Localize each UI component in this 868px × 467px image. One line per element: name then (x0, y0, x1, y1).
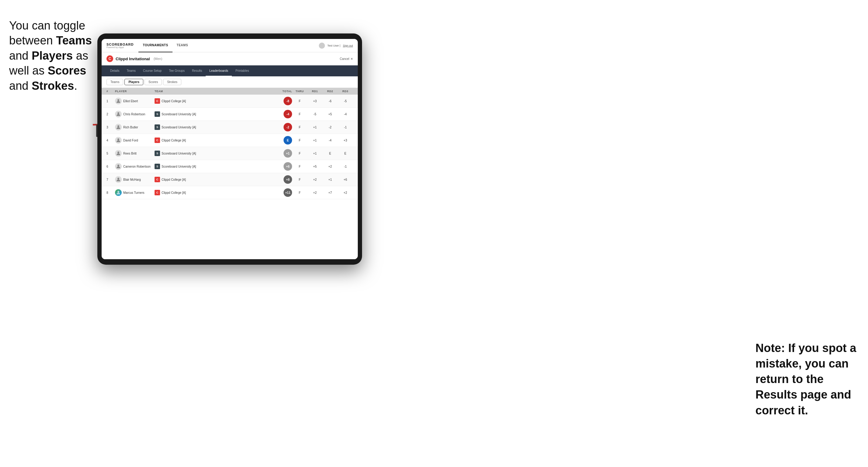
col-rd3: RD3 (338, 90, 353, 93)
col-rd2: RD2 (322, 90, 338, 93)
table-row: 6 Cameron Robertson S Scoreboard Univers… (102, 160, 358, 173)
total-cell: +6 (271, 162, 292, 171)
rd2: +1 (322, 178, 338, 181)
team-cell: C Clippd College [A] (155, 190, 271, 195)
total-cell: -8 (271, 97, 292, 105)
tab-leaderboards[interactable]: Leaderboards (206, 65, 232, 76)
team-logo: S (155, 164, 160, 169)
team-name: Clippd College [A] (161, 191, 186, 194)
team-logo: S (155, 124, 160, 130)
toggle-scores[interactable]: Scores (145, 79, 162, 85)
col-team: TEAM (155, 90, 271, 93)
player-cell: David Ford (115, 137, 155, 144)
player-avatar (115, 111, 122, 118)
rd3: +3 (338, 139, 353, 142)
table-row: 3 Rich Butler S Scoreboard University [A… (102, 121, 358, 134)
col-thru: THRU (292, 90, 307, 93)
tournament-title: C Clippd Invitational (Men) (106, 55, 162, 62)
thru: F (292, 152, 307, 155)
rank: 1 (106, 99, 115, 103)
team-name: Clippd College [A] (161, 99, 186, 103)
rd3: -4 (338, 113, 353, 116)
score-badge: +6 (284, 162, 292, 171)
svg-point-8 (118, 191, 119, 193)
rd2: +2 (322, 165, 338, 168)
table-row: 7 Blair McHarg C Clippd College [A] +8 F… (102, 173, 358, 186)
rd1: +1 (307, 126, 322, 129)
tab-bar: Details Teams Course Setup Tee Groups Re… (102, 65, 358, 76)
team-name: Scoreboard University [A] (161, 152, 196, 155)
toggle-teams[interactable]: Teams (106, 79, 123, 85)
team-cell: C Clippd College [A] (155, 177, 271, 182)
nav-tournaments[interactable]: TOURNAMENTS (138, 39, 172, 52)
total-cell: +11 (271, 188, 292, 197)
tab-printables[interactable]: Printables (232, 65, 252, 76)
svg-point-7 (118, 178, 119, 180)
cancel-button[interactable]: Cancel ✕ (340, 57, 353, 61)
tablet-side-button (96, 125, 97, 137)
team-logo: C (155, 190, 160, 195)
player-cell: Chris Robertson (115, 111, 155, 118)
rd1: +1 (307, 152, 322, 155)
toggle-players[interactable]: Players (124, 79, 143, 85)
tournament-gender: (Men) (154, 57, 162, 61)
toggle-strokes[interactable]: Strokes (163, 79, 181, 85)
rd2: -4 (322, 139, 338, 142)
total-cell: -4 (271, 110, 292, 118)
tab-course-setup[interactable]: Course Setup (140, 65, 165, 76)
rd1: +2 (307, 191, 322, 194)
total-cell: -2 (271, 123, 292, 131)
team-cell: S Scoreboard University [A] (155, 164, 271, 169)
team-name: Scoreboard University [A] (161, 165, 196, 168)
rd1: +3 (307, 99, 322, 103)
col-rank: # (106, 90, 115, 93)
rd2: E (322, 152, 338, 155)
col-total: TOTAL (271, 90, 292, 93)
rank: 3 (106, 126, 115, 129)
logo-sub: Powered by clippd (106, 46, 133, 49)
team-logo: S (155, 151, 160, 156)
table-row: 2 Chris Robertson S Scoreboard Universit… (102, 108, 358, 121)
svg-point-1 (118, 99, 119, 101)
tablet-frame: SCOREBOARD Powered by clippd TOURNAMENTS… (97, 33, 362, 265)
tournament-logo: C (106, 55, 113, 62)
user-name: Test User | (328, 44, 340, 47)
scoreboard-logo: SCOREBOARD Powered by clippd (106, 42, 133, 49)
player-cell: Blair McHarg (115, 176, 155, 183)
player-name: Marcus Turners (123, 191, 144, 194)
rank: 4 (106, 139, 115, 142)
rd1: +2 (307, 178, 322, 181)
tab-teams[interactable]: Teams (123, 65, 140, 76)
logo-title: SCOREBOARD (106, 42, 133, 46)
team-logo: C (155, 137, 160, 143)
rd3: -1 (338, 126, 353, 129)
rd1: -5 (307, 113, 322, 116)
tournament-name: Clippd Invitational (116, 57, 150, 61)
rd3: E (338, 152, 353, 155)
rank: 5 (106, 152, 115, 155)
sign-out-link[interactable]: Sign out (343, 44, 353, 47)
player-cell: Elliot Ebert (115, 98, 155, 104)
tab-details[interactable]: Details (106, 65, 123, 76)
team-cell: C Clippd College [A] (155, 137, 271, 143)
score-badge: +1 (284, 149, 292, 158)
rd1: +5 (307, 165, 322, 168)
player-cell: Marcus Turners (115, 189, 155, 196)
thru: F (292, 191, 307, 194)
score-badge: -8 (284, 97, 292, 105)
nav-teams[interactable]: TEAMS (173, 39, 193, 52)
team-name: Clippd College [A] (161, 178, 186, 181)
player-name: David Ford (123, 139, 138, 142)
tab-tee-groups[interactable]: Tee Groups (165, 65, 188, 76)
team-name: Scoreboard University [A] (161, 126, 196, 129)
svg-point-2 (118, 112, 119, 114)
thru: F (292, 99, 307, 103)
total-cell: E (271, 136, 292, 145)
tab-results[interactable]: Results (188, 65, 206, 76)
player-avatar (115, 150, 122, 157)
rank: 2 (106, 113, 115, 116)
rd3: -1 (338, 165, 353, 168)
rd2: -2 (322, 126, 338, 129)
player-cell: Rees Britt (115, 150, 155, 157)
svg-point-6 (118, 164, 119, 166)
